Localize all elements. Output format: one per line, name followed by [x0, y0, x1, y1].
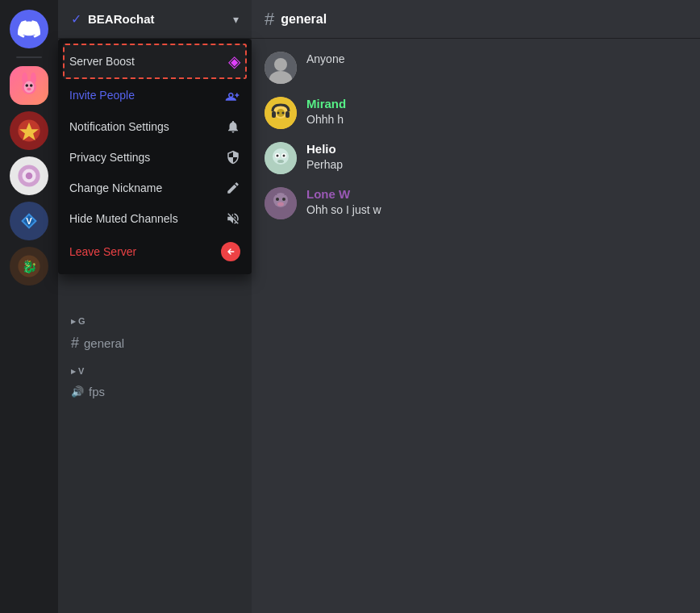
message-content-3: Helio Perhap	[306, 142, 687, 173]
leave-server-icon	[221, 242, 240, 261]
server-icon-circle[interactable]	[10, 156, 48, 195]
dropdown-item-leave-server[interactable]: Leave Server	[63, 234, 247, 269]
message-author-2: Mirand	[306, 97, 687, 111]
svg-point-4	[26, 84, 29, 87]
message-text-2: Ohhh h	[306, 112, 687, 128]
svg-rect-22	[272, 111, 276, 118]
message-text-4: Ohh so I just w	[306, 202, 687, 219]
svg-text:V: V	[26, 216, 32, 226]
svg-point-26	[282, 112, 285, 115]
dropdown-item-notification-settings[interactable]: Notification Settings	[63, 111, 247, 142]
server-icon-vee[interactable]: V	[10, 202, 48, 240]
message-content-1: Anyone	[306, 52, 687, 68]
svg-point-25	[277, 112, 280, 115]
server-name: BEARochat	[88, 12, 155, 26]
server-boost-label: Server Boost	[69, 55, 135, 68]
messages-area: Anyone	[252, 39, 700, 613]
notification-settings-label: Notification Settings	[69, 120, 169, 133]
message-3: Helio Perhap	[265, 142, 687, 174]
hide-muted-channels-icon	[226, 211, 240, 226]
server-icon-dragon[interactable]: 🐉	[10, 247, 48, 286]
message-2: Mirand Ohhh h	[265, 97, 687, 129]
channel-category-g[interactable]: ▸ G	[65, 313, 245, 330]
message-author-3: Helio	[306, 142, 687, 156]
svg-point-32	[283, 155, 285, 157]
svg-point-6	[27, 88, 31, 91]
hide-muted-channels-label: Hide Muted Channels	[69, 212, 178, 225]
server-sidebar: V 🐉	[0, 0, 58, 613]
server-divider	[16, 56, 42, 58]
invite-people-label: Invite People	[69, 89, 135, 102]
svg-point-31	[277, 155, 279, 157]
channel-sidebar: ✓ BEARochat ▾ Server Boost ◈ Invite Peop…	[58, 0, 252, 613]
message-text-3: Perhap	[306, 157, 687, 173]
svg-point-5	[30, 84, 33, 87]
avatar-1	[265, 52, 297, 84]
avatar-4	[265, 187, 297, 219]
dropdown-item-change-nickname[interactable]: Change Nickname	[63, 173, 247, 203]
privacy-settings-label: Privacy Settings	[69, 151, 150, 164]
message-content-2: Mirand Ohhh h	[306, 97, 687, 128]
server-header[interactable]: ✓ BEARochat ▾	[58, 0, 252, 39]
svg-point-3	[24, 81, 35, 93]
chat-header: # general	[252, 0, 700, 39]
notification-settings-icon	[226, 119, 240, 134]
message-4: Lone W Ohh so I just w	[265, 187, 687, 219]
svg-point-33	[277, 160, 284, 163]
channel-item-general[interactable]: # general	[65, 330, 245, 357]
channel-item-fps[interactable]: 🔊 fps	[65, 380, 245, 403]
chat-channel-name: general	[281, 12, 327, 27]
svg-point-38	[277, 202, 284, 206]
voice-channel-name: fps	[89, 385, 105, 398]
message-text-1: Anyone	[306, 52, 687, 68]
message-1: Anyone	[265, 52, 687, 84]
svg-rect-23	[285, 111, 290, 118]
server-chevron-icon: ▾	[233, 13, 239, 26]
dropdown-item-privacy-settings[interactable]: Privacy Settings	[63, 142, 247, 173]
main-chat: # general Anyone	[252, 0, 700, 613]
change-nickname-icon	[226, 181, 240, 195]
verified-badge: ✓	[71, 11, 81, 27]
message-content-4: Lone W Ohh so I just w	[306, 187, 687, 219]
svg-point-36	[276, 198, 279, 201]
channel-category-v[interactable]: ▸ V	[65, 363, 245, 380]
server-icon-bearochat[interactable]	[10, 66, 48, 105]
server-boost-icon: ◈	[228, 52, 240, 71]
dropdown-menu: Server Boost ◈ Invite People Notificatio…	[58, 39, 252, 274]
avatar-3	[265, 142, 297, 174]
invite-people-icon	[224, 87, 240, 103]
message-author-4: Lone W	[306, 187, 687, 201]
server-header-left: ✓ BEARochat	[71, 11, 155, 27]
leave-server-label: Leave Server	[69, 245, 136, 258]
privacy-settings-icon	[226, 150, 240, 165]
server-icon-gold[interactable]	[10, 111, 48, 150]
server-icon-home[interactable]	[10, 10, 48, 48]
dropdown-item-invite-people[interactable]: Invite People	[63, 79, 247, 111]
change-nickname-label: Change Nickname	[69, 181, 162, 194]
svg-point-18	[274, 58, 287, 71]
svg-text:🐉: 🐉	[22, 259, 38, 274]
chat-hash-icon: #	[265, 9, 274, 30]
channel-list: ▸ G # general ▸ V 🔊 fps	[58, 297, 252, 613]
dropdown-item-hide-muted-channels[interactable]: Hide Muted Channels	[63, 203, 247, 234]
svg-point-10	[26, 173, 33, 180]
hash-icon: #	[71, 335, 79, 352]
dropdown-item-server-boost[interactable]: Server Boost ◈	[63, 44, 247, 79]
avatar-2	[265, 97, 297, 129]
svg-point-37	[282, 198, 285, 201]
